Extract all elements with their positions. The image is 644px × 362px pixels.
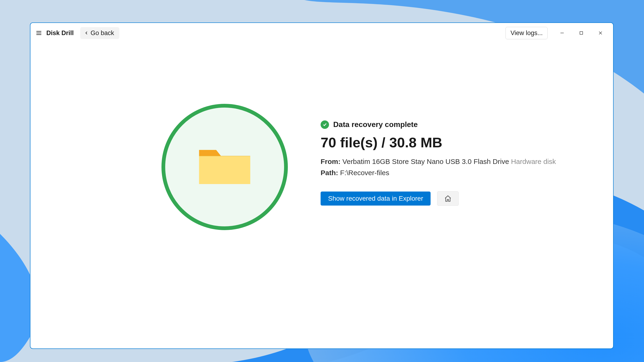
close-icon: [598, 31, 603, 35]
from-row: From: Verbatim 16GB Store Stay Nano USB …: [320, 158, 556, 166]
recovery-summary: 70 file(s) / 30.8 MB: [320, 134, 556, 151]
success-folder-badge: [162, 104, 288, 230]
show-in-explorer-button[interactable]: Show recovered data in Explorer: [320, 192, 430, 206]
path-row: Path: F:\Recover-files: [320, 169, 556, 177]
title-bar: Disk Drill Go back View logs...: [30, 23, 613, 43]
path-value: F:\Recover-files: [340, 169, 389, 177]
path-label: Path:: [320, 169, 338, 177]
svg-rect-9: [199, 156, 250, 184]
result-panel: Data recovery complete 70 file(s) / 30.8…: [320, 104, 556, 206]
app-window: Disk Drill Go back View logs...: [30, 22, 614, 349]
go-back-label: Go back: [90, 29, 114, 37]
folder-icon: [194, 141, 255, 193]
from-type: Hardware disk: [511, 158, 556, 165]
window-controls: [553, 27, 609, 39]
success-check-icon: [320, 120, 329, 129]
status-row: Data recovery complete: [320, 120, 556, 129]
minimize-icon: [560, 31, 564, 35]
from-label: From:: [320, 158, 340, 165]
chevron-left-icon: [84, 31, 89, 35]
view-logs-button[interactable]: View logs...: [506, 27, 548, 39]
app-title: Disk Drill: [46, 29, 74, 37]
svg-rect-6: [580, 31, 583, 34]
home-button[interactable]: [437, 191, 459, 206]
action-row: Show recovered data in Explorer: [320, 191, 556, 206]
maximize-icon: [579, 31, 584, 35]
status-label: Data recovery complete: [333, 120, 418, 129]
go-back-button[interactable]: Go back: [80, 27, 119, 39]
hamburger-menu-button[interactable]: [34, 28, 44, 38]
maximize-button[interactable]: [572, 27, 590, 39]
from-value: Verbatim 16GB Store Stay Nano USB 3.0 Fl…: [342, 158, 509, 165]
home-icon: [444, 195, 452, 202]
content-area: Data recovery complete 70 file(s) / 30.8…: [30, 43, 613, 349]
close-button[interactable]: [592, 27, 609, 39]
minimize-button[interactable]: [553, 27, 571, 39]
hamburger-icon: [36, 30, 42, 36]
